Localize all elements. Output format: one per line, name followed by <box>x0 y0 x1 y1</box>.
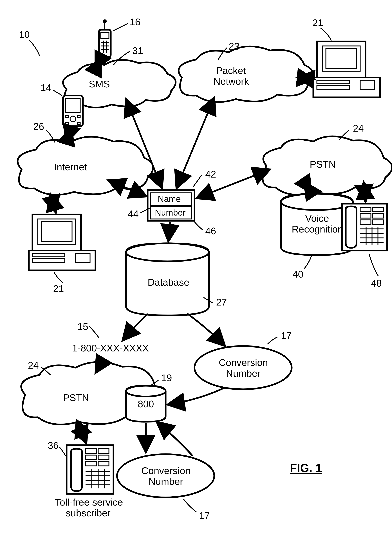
pstn-cloud-label-1: PSTN <box>310 159 336 170</box>
callout-26: 26 <box>33 121 44 132</box>
conversion-number-2-line2: Number <box>149 476 183 487</box>
svg-point-3 <box>126 243 209 261</box>
conversion-number-1-line2: Number <box>226 368 261 379</box>
internet-cloud-label: Internet <box>54 161 87 173</box>
callout-46: 46 <box>205 225 216 236</box>
name-box-label: Name <box>158 194 181 204</box>
database-label: Database <box>148 277 189 288</box>
svg-point-11 <box>104 20 106 22</box>
callout-42: 42 <box>205 168 216 180</box>
conversion-number-2-line1: Conversion <box>141 465 190 476</box>
svg-rect-26 <box>326 49 357 69</box>
db800-label: 800 <box>138 398 154 410</box>
callout-17a: 17 <box>281 330 292 341</box>
callout-21b: 21 <box>53 283 64 294</box>
callout-19: 19 <box>161 372 172 383</box>
diagram-canvas: SMS Packet Network Internet PSTN PSTN Na… <box>0 0 392 558</box>
voice-rec-label-line1: Voice <box>305 213 329 224</box>
packet-network-label-line2: Network <box>213 76 249 87</box>
svg-line-67 <box>67 128 71 142</box>
callout-48: 48 <box>371 278 382 289</box>
callout-23: 23 <box>229 41 239 52</box>
callout-36: 36 <box>48 440 59 451</box>
callout-44: 44 <box>128 208 139 219</box>
connectors-layer <box>0 0 392 558</box>
voice-rec-label-line2: Recognition <box>292 224 343 235</box>
callout-24b: 24 <box>28 359 39 371</box>
callout-21a: 21 <box>312 17 323 28</box>
callout-16: 16 <box>130 16 140 27</box>
pstn-cloud-label-2: PSTN <box>63 392 89 403</box>
tollfree-label-line1: Toll-free service <box>55 497 123 508</box>
phone800-label: 1-800-XXX-XXXX <box>72 342 149 354</box>
callout-24a: 24 <box>353 122 364 134</box>
svg-point-5 <box>126 386 166 397</box>
svg-line-77 <box>168 222 170 242</box>
callout-14: 14 <box>41 82 51 93</box>
conversion-number-1-line1: Conversion <box>219 357 268 368</box>
figure-caption: FIG. 1 <box>290 462 322 475</box>
callout-17b: 17 <box>199 510 210 521</box>
callout-31: 31 <box>132 45 143 56</box>
svg-rect-33 <box>42 222 72 242</box>
tollfree-label-line2: subscriber <box>66 507 111 519</box>
callout-15: 15 <box>77 321 88 332</box>
callout-40: 40 <box>293 269 303 280</box>
number-box-label: Number <box>155 208 186 218</box>
svg-line-68 <box>51 194 56 213</box>
sms-cloud-label: SMS <box>89 78 110 90</box>
callout-27: 27 <box>216 296 227 308</box>
packet-network-label-line1: Packet <box>216 65 246 76</box>
callout-10: 10 <box>19 29 30 40</box>
